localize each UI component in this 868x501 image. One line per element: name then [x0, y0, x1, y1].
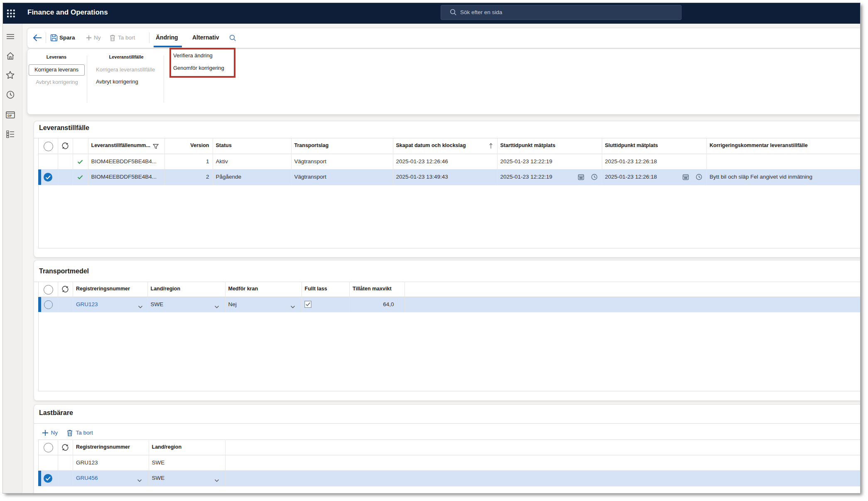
svg-text:DF: DF [7, 114, 12, 118]
